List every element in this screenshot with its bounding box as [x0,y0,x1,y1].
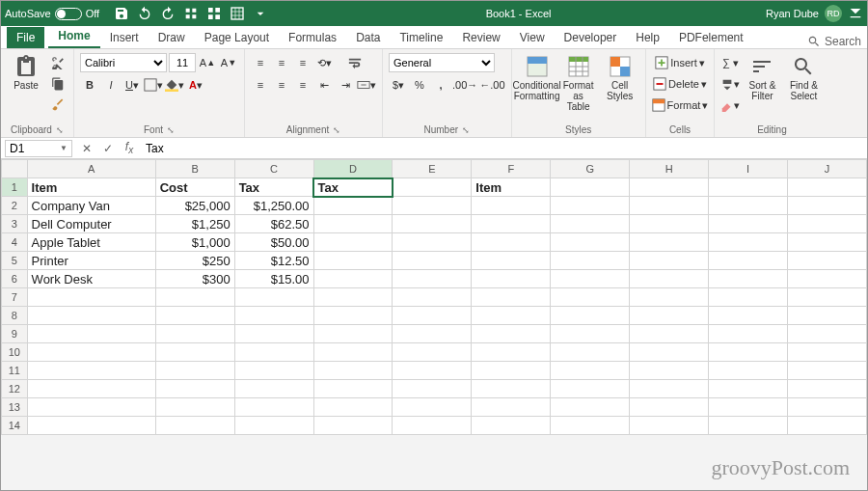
fx-button[interactable]: fx [119,140,140,155]
cell-H10[interactable] [630,343,709,362]
cell-A7[interactable] [27,288,155,307]
cell-H9[interactable] [630,325,709,343]
cell-G1[interactable] [551,178,630,197]
cell-H12[interactable] [630,380,709,398]
cell-C7[interactable] [234,288,313,307]
cell-H11[interactable] [630,362,709,380]
cell-C9[interactable] [234,325,313,343]
font-size-input[interactable] [169,53,196,72]
cell-F13[interactable] [472,398,551,417]
align-top-button[interactable]: ≡ [251,53,270,72]
cell-E13[interactable] [393,398,472,417]
cell-B1[interactable]: Cost [155,178,234,197]
select-all-corner[interactable] [2,160,28,178]
cell-A1[interactable]: Item [27,178,155,197]
border-button[interactable]: ▾ [144,75,163,95]
cell-E6[interactable] [393,270,472,288]
cell-C4[interactable]: $50.00 [234,233,313,252]
cell-C6[interactable]: $15.00 [234,270,313,288]
decrease-indent-button[interactable]: ⇤ [314,75,334,95]
copy-button[interactable] [48,74,68,94]
cell-B12[interactable] [155,380,234,398]
cell-A10[interactable] [27,343,155,362]
cell-A3[interactable]: Dell Computer [27,215,155,233]
qat-button[interactable] [227,3,248,24]
cell-J11[interactable] [787,362,866,380]
conditional-formatting-button[interactable]: Conditional Formatting [518,53,556,103]
cell-G10[interactable] [551,343,630,362]
formula-input[interactable]: Tax [140,142,867,155]
cell-F8[interactable] [472,307,551,325]
worksheet-grid[interactable]: ABCDEFGHIJ1ItemCostTaxTaxItem2Company Va… [1,159,867,435]
cell-A13[interactable] [27,398,155,417]
cell-B10[interactable] [155,343,234,362]
cell-B14[interactable] [155,417,234,435]
cell-J13[interactable] [787,398,866,417]
cell-A11[interactable] [27,362,155,380]
cell-D4[interactable] [313,233,393,252]
underline-button[interactable]: U ▾ [122,75,142,95]
cell-H7[interactable] [630,288,709,307]
dialog-launcher[interactable]: ⤡ [462,125,470,135]
autosave-toggle[interactable]: AutoSave Off [5,8,99,20]
cancel-button[interactable]: ✕ [76,142,97,155]
wrap-text-button[interactable] [345,53,365,72]
enter-button[interactable]: ✓ [97,142,119,155]
cell-I1[interactable] [709,178,788,197]
align-left-button[interactable]: ≡ [251,75,270,95]
cell-styles-button[interactable]: Cell Styles [601,53,639,103]
cell-H1[interactable] [630,178,709,197]
row-header-11[interactable]: 11 [2,362,28,380]
cell-A9[interactable] [27,325,155,343]
cell-J10[interactable] [787,343,866,362]
increase-decimal-button[interactable]: .00→ [452,75,477,95]
cell-F2[interactable] [472,197,551,215]
autosum-button[interactable]: ∑ ▾ [720,53,740,72]
cell-G7[interactable] [551,288,630,307]
cell-G14[interactable] [551,417,630,435]
col-header-D[interactable]: D [313,160,393,178]
cell-D5[interactable] [313,252,393,270]
cell-D14[interactable] [313,417,393,435]
cell-E7[interactable] [393,288,472,307]
cell-J8[interactable] [787,307,866,325]
cell-F6[interactable] [472,270,551,288]
row-header-12[interactable]: 12 [2,380,28,398]
cell-D12[interactable] [313,380,393,398]
col-header-G[interactable]: G [551,160,630,178]
cell-E11[interactable] [393,362,472,380]
row-header-6[interactable]: 6 [2,270,28,288]
cell-F14[interactable] [472,417,551,435]
cell-D8[interactable] [313,307,393,325]
merge-center-button[interactable]: ▾ [357,75,376,95]
cell-G6[interactable] [551,270,630,288]
user-name[interactable]: Ryan Dube [766,8,819,19]
cell-D1[interactable]: Tax [313,178,393,197]
decrease-font-button[interactable]: A▼ [219,53,238,72]
save-button[interactable] [111,3,132,24]
font-color-button[interactable]: A▾ [186,75,205,95]
italic-button[interactable]: I [101,75,121,95]
tab-file[interactable]: File [7,27,44,48]
row-header-8[interactable]: 8 [2,307,28,325]
cell-G2[interactable] [551,197,630,215]
cell-A6[interactable]: Work Desk [27,270,155,288]
cell-F10[interactable] [472,343,551,362]
row-header-1[interactable]: 1 [2,178,28,197]
cell-D7[interactable] [313,288,393,307]
clear-button[interactable]: ▾ [720,95,740,115]
sort-filter-button[interactable]: Sort & Filter [743,53,781,103]
col-header-F[interactable]: F [472,160,551,178]
cell-J3[interactable] [787,215,866,233]
format-cells-button[interactable]: Format ▾ [652,95,709,115]
dialog-launcher[interactable]: ⤡ [56,125,64,135]
cell-D11[interactable] [313,362,393,380]
cell-D6[interactable] [313,270,393,288]
col-header-C[interactable]: C [234,160,313,178]
insert-cells-button[interactable]: Insert ▾ [652,53,709,72]
col-header-I[interactable]: I [709,160,788,178]
cell-B7[interactable] [155,288,234,307]
cell-B3[interactable]: $1,250 [155,215,234,233]
cell-A4[interactable]: Apple Tablet [27,233,155,252]
cell-C14[interactable] [234,417,313,435]
